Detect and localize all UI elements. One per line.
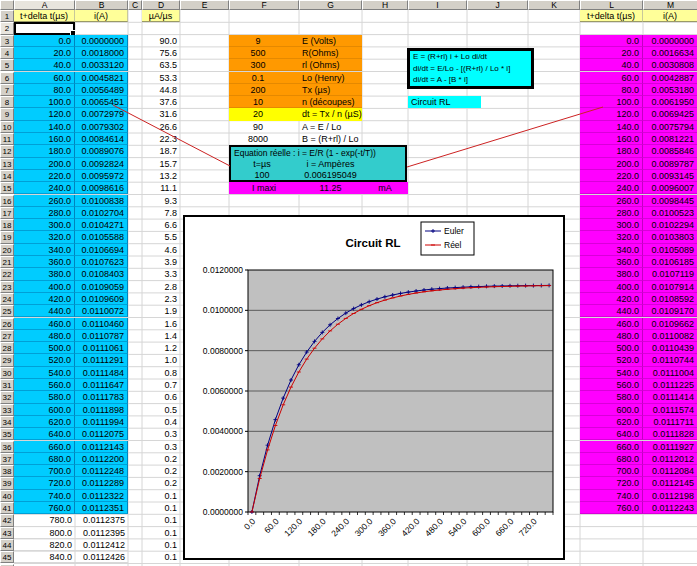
row-header-26[interactable]: 26 [0,318,14,330]
cell-B34[interactable]: 0.0111994 [75,416,128,428]
cell-L8[interactable]: 100.0 [580,96,643,108]
cell-D22[interactable]: 3.3 [142,268,180,280]
cell-A6[interactable]: 60.0 [14,72,75,84]
cell-B28[interactable]: 0.0111061 [75,342,128,354]
chart[interactable]: 0.00000000.00200000.00400000.00600000.00… [183,215,565,560]
cell-G8[interactable]: n (découpes) [299,96,362,108]
row-header-18[interactable]: 18 [0,219,14,231]
cell-F5[interactable]: 300 [229,59,299,71]
cell-A21[interactable]: 360.0 [14,256,75,268]
cell-B22[interactable]: 0.0108403 [75,268,128,280]
cell-A22[interactable]: 380.0 [14,268,75,280]
cell-D21[interactable]: 3.9 [142,256,180,268]
cell-D31[interactable]: 0.7 [142,379,180,391]
row-header-39[interactable]: 39 [0,477,14,489]
row-header-11[interactable]: 11 [0,133,14,145]
cell-D39[interactable]: 0.2 [142,477,180,489]
cell-D27[interactable]: 1.4 [142,330,180,342]
cell-D28[interactable]: 1.2 [142,342,180,354]
cell-M11[interactable]: 0.0081221 [643,133,697,145]
cell-A32[interactable]: 580.0 [14,391,75,403]
row-header-31[interactable]: 31 [0,379,14,391]
cell-B7[interactable]: 0.0056489 [75,84,128,96]
cell-L17[interactable]: 280.0 [580,207,643,219]
cell-M37[interactable]: 0.0112012 [643,453,697,465]
cell-M32[interactable]: 0.0111414 [643,391,697,403]
cell-B8[interactable]: 0.0065451 [75,96,128,108]
row-header-43[interactable]: 43 [0,527,14,539]
column-header-G[interactable]: G [299,0,362,10]
cell-B44[interactable]: 0.0112412 [75,539,128,551]
row-header-24[interactable]: 24 [0,293,14,305]
cell-D30[interactable]: 0.8 [142,367,180,379]
cell-L5[interactable]: 40.0 [580,59,643,71]
row-header-6[interactable]: 6 [0,72,14,84]
row-header-28[interactable]: 28 [0,342,14,354]
cell-B41[interactable]: 0.0112351 [75,502,128,514]
column-header-L[interactable]: L [580,0,643,10]
cell-A3[interactable]: 0.0 [14,35,75,47]
equation-i-value[interactable]: 0.006195049 [297,169,364,181]
select-all-corner[interactable] [0,0,14,10]
cell-B42[interactable]: 0.0112375 [75,514,128,526]
cell-M7[interactable]: 0.0053180 [643,84,697,96]
row-header-23[interactable]: 23 [0,281,14,293]
cell-D14[interactable]: 13.2 [142,170,180,182]
cell-A25[interactable]: 440.0 [14,305,75,317]
cell-D12[interactable]: 18.7 [142,145,180,157]
cell-M38[interactable]: 0.0112084 [643,465,697,477]
cell-B18[interactable]: 0.0104271 [75,219,128,231]
cell-B30[interactable]: 0.0111484 [75,367,128,379]
cell-B6[interactable]: 0.0045821 [75,72,128,84]
cell-A26[interactable]: 460.0 [14,318,75,330]
row-header-5[interactable]: 5 [0,59,14,71]
column-header-E[interactable]: E [180,0,229,10]
cell-B35[interactable]: 0.0112075 [75,428,128,440]
cell-B17[interactable]: 0.0102704 [75,207,128,219]
cell-B33[interactable]: 0.0111898 [75,404,128,416]
equation-reelle-box[interactable]: Equation réelle : i = E/R (1 - exp(-t/T)… [229,145,407,182]
column-header-B[interactable]: B [75,0,128,10]
cell-L7[interactable]: 80.0 [580,84,643,96]
cell-M25[interactable]: 0.0109170 [643,305,697,317]
cell-M9[interactable]: 0.0069425 [643,108,697,120]
column-header-C[interactable]: C [128,0,142,10]
cell-D42[interactable]: 0.1 [142,514,180,526]
cell-D24[interactable]: 2.3 [142,293,180,305]
cell-L35[interactable]: 640.0 [580,428,643,440]
cell-A24[interactable]: 420.0 [14,293,75,305]
cell-M16[interactable]: 0.0098445 [643,195,697,207]
row-header-40[interactable]: 40 [0,490,14,502]
cell-B32[interactable]: 0.0111783 [75,391,128,403]
cell-A39[interactable]: 720.0 [14,477,75,489]
column-header-H[interactable]: H [362,0,408,10]
cell-B19[interactable]: 0.0105588 [75,231,128,243]
cell-A1[interactable]: t+delta t(µs) [14,10,75,22]
cell-L19[interactable]: 320.0 [580,231,643,243]
cell-F8[interactable]: 10 [229,96,299,108]
cell-B39[interactable]: 0.0112289 [75,477,128,489]
cell-A38[interactable]: 700.0 [14,465,75,477]
circuit-rl-label[interactable]: Circuit RL [408,96,481,108]
cell-A5[interactable]: 40.0 [14,59,75,71]
cell-F3[interactable]: 9 [229,35,299,47]
cell-G6[interactable]: Lo (Henry) [299,72,362,84]
cell-M34[interactable]: 0.0111711 [643,416,697,428]
cell-A15[interactable]: 240.0 [14,182,75,194]
cell-B13[interactable]: 0.0092824 [75,158,128,170]
cell-A8[interactable]: 100.0 [14,96,75,108]
cell-A10[interactable]: 140.0 [14,121,75,133]
cell-D26[interactable]: 1.6 [142,318,180,330]
cell-D1[interactable]: µA/µs [142,10,180,22]
cell-D9[interactable]: 31.6 [142,108,180,120]
cell-M28[interactable]: 0.0110439 [643,342,697,354]
cell-L10[interactable]: 140.0 [580,121,643,133]
row-header-37[interactable]: 37 [0,453,14,465]
cell-B20[interactable]: 0.0106694 [75,244,128,256]
cell-A31[interactable]: 560.0 [14,379,75,391]
column-header-D[interactable]: D [142,0,180,10]
cell-L20[interactable]: 340.0 [580,244,643,256]
cell-D36[interactable]: 0.3 [142,441,180,453]
cell-M19[interactable]: 0.0103803 [643,231,697,243]
active-cell-A2[interactable] [14,22,75,34]
